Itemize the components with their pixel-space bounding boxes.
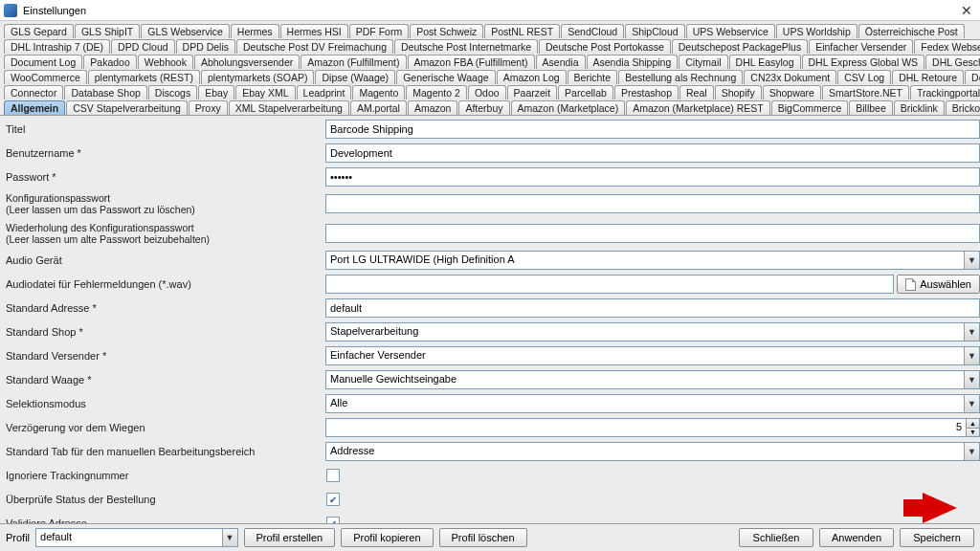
combo-profil[interactable]: default ▼ (35, 528, 237, 547)
tab-trackingportal[interactable]: Trackingportal (910, 85, 980, 99)
tab-cn23x-dokument[interactable]: CN23x Dokument (744, 70, 836, 84)
combo-std-versender[interactable]: Einfacher Versender ▼ (325, 346, 980, 365)
tab-discogs[interactable]: Discogs (148, 85, 197, 99)
checkbox-check-status[interactable]: ✔ (326, 493, 340, 506)
tab-amazon-marketplace-rest[interactable]: Amazon (Marketplace) REST (626, 100, 770, 115)
tab-connector[interactable]: Connector (4, 85, 63, 99)
tab-dpd-cloud[interactable]: DPD Cloud (111, 39, 175, 54)
tab-csv-log[interactable]: CSV Log (837, 70, 891, 84)
combo-std-waage[interactable]: Manuelle Gewichtseingabe ▼ (325, 370, 980, 389)
tab-am-portal[interactable]: AM.portal (350, 100, 407, 115)
tab-document-downloader[interactable]: Document Downloader (965, 70, 980, 84)
tab--sterreichische-post[interactable]: Österreichische Post (858, 24, 965, 38)
tab-citymail[interactable]: Citymail (679, 55, 727, 69)
tab-shopify[interactable]: Shopify (715, 85, 762, 99)
chevron-down-icon[interactable]: ▼ (964, 395, 979, 412)
tab-woocommerce[interactable]: WooCommerce (4, 70, 87, 84)
combo-std-shop[interactable]: Stapelverarbeitung ▼ (325, 322, 980, 342)
profil-erstellen-button[interactable]: Profil erstellen (244, 528, 336, 547)
input-passwort[interactable] (325, 167, 980, 187)
tab-xml-stapelverarbeitung[interactable]: XML Stapelverarbeitung (229, 100, 349, 115)
spinner-verzoegerung[interactable]: 5 ▲▼ (325, 418, 980, 437)
checkbox-ignore-tracking[interactable] (326, 469, 340, 482)
tab-sendcloud[interactable]: SendCloud (561, 24, 624, 38)
tab-database-shop[interactable]: Database Shop (64, 85, 146, 99)
input-std-adresse[interactable] (325, 298, 980, 318)
tab-webhook[interactable]: Webhook (138, 55, 193, 69)
input-benutzername[interactable] (325, 143, 980, 163)
tab-parcellab[interactable]: Parcellab (558, 85, 613, 99)
tab-plentymarkets-rest-[interactable]: plentymarkets (REST) (88, 70, 200, 84)
tab-ebay[interactable]: Ebay (198, 85, 234, 99)
profil-kopieren-button[interactable]: Profil kopieren (341, 528, 433, 547)
tab-bigcommerce[interactable]: BigCommerce (771, 100, 849, 115)
tab-magento-2[interactable]: Magento 2 (406, 85, 467, 99)
tab-plentymarkets-soap-[interactable]: plentymarkets (SOAP) (201, 70, 314, 84)
tab-hermes-hsi[interactable]: Hermes HSI (280, 24, 348, 38)
tab-dhl-intraship-7-de-[interactable]: DHL Intraship 7 (DE) (4, 39, 110, 54)
tab-shopware[interactable]: Shopware (763, 85, 821, 99)
tab-post-schweiz[interactable]: Post Schweiz (410, 24, 483, 38)
tab-gls-gepard[interactable]: GLS Gepard (4, 24, 74, 38)
tab-amazon-fba-fulfillment-[interactable]: Amazon FBA (Fulfillment) (408, 55, 535, 69)
tab-abholungsversender[interactable]: Abholungsversender (194, 55, 300, 69)
combo-std-tab[interactable]: Addresse ▼ (325, 442, 980, 461)
tab-deutschepost-packageplus[interactable]: Deutschepost PackagePlus (672, 39, 808, 54)
tab-dhl-express-global-ws[interactable]: DHL Express Global WS (802, 55, 925, 69)
tab-generische-waage[interactable]: Generische Waage (396, 70, 496, 84)
input-titel[interactable] (325, 120, 980, 139)
tab-dhl-gesch-ftskundenversand[interactable]: DHL Geschäftskundenversand (925, 55, 980, 69)
chevron-down-icon[interactable]: ▼ (964, 347, 979, 364)
chevron-down-icon[interactable]: ▼ (222, 529, 237, 546)
combo-audio-geraet[interactable]: Port LG ULTRAWIDE (High Definition A ▼ (325, 251, 980, 270)
tab-berichte[interactable]: Berichte (568, 70, 618, 84)
tab-amazon-marketplace-[interactable]: Amazon (Marketplace) (511, 100, 626, 115)
input-konfig-passwort-wdh[interactable] (325, 224, 980, 243)
tab-paarzeit[interactable]: Paarzeit (507, 85, 558, 99)
tab-document-log[interactable]: Document Log (4, 55, 82, 69)
tab-einfacher-versender[interactable]: Einfacher Versender (809, 39, 913, 54)
profil-loeschen-button[interactable]: Profil löschen (439, 528, 527, 547)
tab-csv-stapelverarbeitung[interactable]: CSV Stapelverarbeitung (66, 100, 188, 115)
tab-amazon-log[interactable]: Amazon Log (497, 70, 567, 84)
tab-deutsche-post-dv-freimachung[interactable]: Deutsche Post DV Freimachung (236, 39, 393, 54)
chevron-down-icon[interactable]: ▼ (964, 371, 979, 388)
tab-billbee[interactable]: Billbee (849, 100, 893, 115)
anwenden-button[interactable]: Anwenden (819, 528, 894, 547)
tab-dhl-easylog[interactable]: DHL Easylog (729, 55, 801, 69)
tab-brickowl[interactable]: Brickowl (946, 100, 980, 115)
tab-deutsche-post-portokasse[interactable]: Deutsche Post Portokasse (539, 39, 671, 54)
tab-pakadoo[interactable]: Pakadoo (83, 55, 136, 69)
tab-amazon[interactable]: Amazon (408, 100, 458, 115)
close-icon[interactable]: ✕ (957, 3, 976, 18)
input-konfig-passwort[interactable] (325, 194, 980, 213)
chevron-down-icon[interactable]: ▼ (964, 323, 979, 341)
tab-ebay-xml[interactable]: Ebay XML (235, 85, 295, 99)
tab-hermes[interactable]: Hermes (231, 24, 279, 38)
tab-asendia[interactable]: Asendia (536, 55, 586, 69)
tab-bricklink[interactable]: Bricklink (894, 100, 945, 115)
combo-selektionsmodus[interactable]: Alle ▼ (325, 394, 980, 413)
auswaehlen-button[interactable]: Auswählen (897, 275, 980, 294)
spinner-up-icon[interactable]: ▲ (967, 419, 979, 429)
tab-dipse-waage-[interactable]: Dipse (Waage) (315, 70, 395, 84)
tab-dhl-retoure[interactable]: DHL Retoure (892, 70, 964, 84)
tab-asendia-shipping[interactable]: Asendia Shipping (587, 55, 679, 69)
tab-shipcloud[interactable]: ShipCloud (625, 24, 684, 38)
tab-fedex-webservice[interactable]: Fedex Webservice (914, 39, 980, 54)
tab-gls-shipit[interactable]: GLS ShipIT (75, 24, 140, 38)
tab-prestashop[interactable]: Prestashop (614, 85, 679, 99)
tab-pdf-form[interactable]: PDF Form (349, 24, 409, 38)
tab-smartstore-net[interactable]: SmartStore.NET (822, 85, 909, 99)
tab-odoo[interactable]: Odoo (468, 85, 506, 99)
tab-deutsche-post-internetmarke[interactable]: Deutsche Post Internetmarke (394, 39, 538, 54)
form-scroll[interactable]: Titel Benutzername * Passwort * Konfigur… (0, 116, 980, 523)
tab-real[interactable]: Real (679, 85, 714, 99)
tab-ups-webservice[interactable]: UPS Webservice (686, 24, 775, 38)
schliessen-button[interactable]: Schließen (739, 528, 813, 547)
tab-dpd-delis[interactable]: DPD Delis (176, 39, 235, 54)
tab-magento[interactable]: Magento (352, 85, 405, 99)
tab-leadprint[interactable]: Leadprint (297, 85, 352, 99)
tab-proxy[interactable]: Proxy (189, 100, 228, 115)
chevron-down-icon[interactable]: ▼ (964, 443, 979, 460)
